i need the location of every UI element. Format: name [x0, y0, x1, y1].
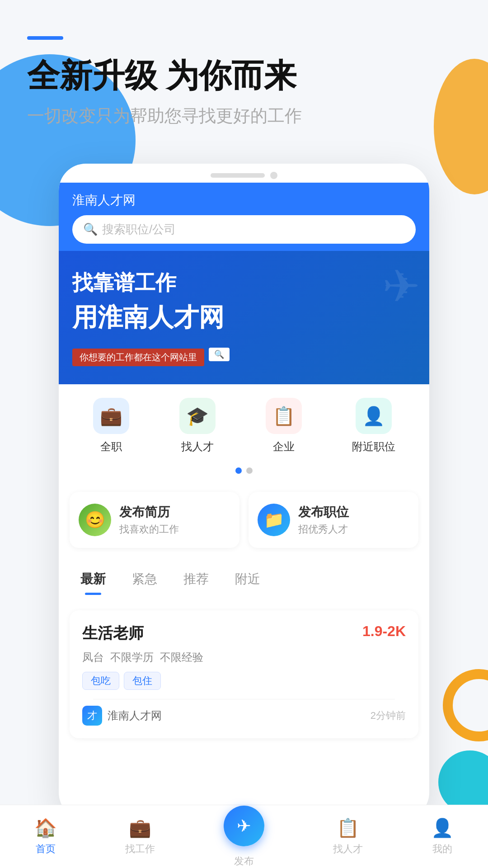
banner-line1: 找靠谱工作 [72, 269, 416, 297]
job-subtitle: 招优秀人才 [298, 523, 349, 536]
tab-nearby[interactable]: 附近 [224, 566, 271, 592]
nav-publish[interactable]: ✈ 发布 [224, 806, 264, 868]
category-label-nearby: 附近职位 [352, 439, 395, 454]
category-icon-talent: 🎓 [179, 398, 216, 434]
job-footer: 才 淮南人才网 2分钟前 [82, 706, 406, 726]
job-title: 生活老师 [82, 623, 144, 644]
category-icon-nearby: 👤 [356, 398, 392, 434]
company-name: 淮南人才网 [108, 708, 162, 723]
action-card-job[interactable]: 📁 发布职位 招优秀人才 [249, 492, 418, 548]
category-company[interactable]: 📋 企业 [266, 398, 302, 454]
action-cards: 😊 发布简历 找喜欢的工作 📁 发布职位 招优秀人才 [70, 492, 418, 548]
app-title: 淮南人才网 [72, 192, 416, 209]
category-label-company: 企业 [273, 439, 295, 454]
find-job-icon: 💼 [129, 817, 151, 839]
tab-latest[interactable]: 最新 [70, 566, 117, 592]
job-badges: 包吃 包住 [82, 672, 406, 690]
banner: 找靠谱工作 用淮南人才网 你想要的工作都在这个网站里 🔍 ✈ [59, 251, 429, 384]
subheadline: 一切改变只为帮助您寻找更好的工作 [27, 104, 461, 127]
job-tags: 凤台 不限学历 不限经验 [82, 650, 406, 665]
top-dash-decoration [27, 36, 63, 40]
nav-find-job[interactable]: 💼 找工作 [125, 817, 155, 856]
bottom-nav: 🏠 首页 💼 找工作 ✈ 发布 📋 找人才 👤 我的 [0, 805, 488, 868]
tab-recommend[interactable]: 推荐 [173, 566, 220, 592]
nav-mine[interactable]: 👤 我的 [431, 817, 454, 856]
company-logo: 才 [82, 706, 102, 726]
company-info: 才 淮南人才网 [82, 706, 162, 726]
bg-decoration-orange-ring [443, 669, 488, 741]
headline: 全新升级 为你而来 [27, 58, 461, 94]
category-icon-company: 📋 [266, 398, 302, 434]
resume-subtitle: 找喜欢的工作 [119, 523, 179, 536]
search-placeholder-text: 搜索职位/公司 [102, 222, 176, 237]
find-talent-icon: 📋 [337, 817, 359, 839]
job-card[interactable]: 生活老师 1.9-2K 凤台 不限学历 不限经验 包吃 包住 才 淮南人才网 2… [70, 610, 418, 738]
category-label-talent: 找人才 [181, 439, 214, 454]
nav-label-find-job: 找工作 [125, 842, 155, 856]
job-tag-education: 不限学历 [110, 650, 154, 665]
banner-line2: 用淮南人才网 [72, 301, 416, 335]
app-header: 淮南人才网 🔍 搜索职位/公司 [59, 183, 429, 251]
dot-1 [235, 467, 242, 474]
dot-2 [246, 467, 253, 474]
nav-label-publish: 发布 [234, 854, 254, 868]
top-section: 全新升级 为你而来 一切改变只为帮助您寻找更好的工作 [0, 0, 488, 146]
resume-text-block: 发布简历 找喜欢的工作 [119, 504, 179, 536]
banner-search-icon: 🔍 [214, 349, 224, 359]
nav-label-mine: 我的 [432, 842, 452, 856]
publish-icon: ✈ [237, 816, 251, 836]
category-fulltime[interactable]: 💼 全职 [93, 398, 129, 454]
category-label-fulltime: 全职 [100, 439, 122, 454]
job-salary: 1.9-2K [362, 623, 406, 640]
publish-fab[interactable]: ✈ [224, 806, 264, 846]
mine-icon: 👤 [431, 817, 454, 839]
nav-label-find-talent: 找人才 [333, 842, 363, 856]
job-title-action: 发布职位 [298, 504, 349, 521]
categories-section: 💼 全职 🎓 找人才 📋 企业 👤 附近职位 [59, 384, 429, 463]
job-card-top: 生活老师 1.9-2K [82, 623, 406, 644]
banner-bg-icon: ✈ [382, 260, 420, 313]
job-icon: 📁 [258, 504, 290, 536]
home-icon: 🏠 [34, 817, 57, 839]
resume-title: 发布简历 [119, 504, 179, 521]
job-tabs: 最新 紧急 推荐 附近 [59, 557, 429, 592]
nav-label-home: 首页 [36, 842, 56, 856]
banner-sub-text: 你想要的工作都在这个网站里 [72, 349, 204, 366]
phone-mockup: 淮南人才网 🔍 搜索职位/公司 找靠谱工作 用淮南人才网 你想要的工作都在这个网… [59, 164, 429, 820]
bg-decoration-teal [438, 750, 488, 814]
search-bar[interactable]: 🔍 搜索职位/公司 [72, 215, 416, 244]
category-talent[interactable]: 🎓 找人才 [179, 398, 216, 454]
job-text-block: 发布职位 招优秀人才 [298, 504, 349, 536]
phone-camera [270, 172, 277, 179]
category-icon-fulltime: 💼 [93, 398, 129, 434]
badge-meal: 包吃 [82, 672, 119, 690]
badge-housing: 包住 [124, 672, 161, 690]
phone-notch-bar [59, 164, 429, 183]
category-nearby[interactable]: 👤 附近职位 [352, 398, 395, 454]
phone-notch [211, 173, 265, 178]
nav-home[interactable]: 🏠 首页 [34, 817, 57, 856]
tab-urgent[interactable]: 紧急 [121, 566, 168, 592]
job-tag-location: 凤台 [82, 650, 104, 665]
action-card-resume[interactable]: 😊 发布简历 找喜欢的工作 [70, 492, 239, 548]
resume-icon: 😊 [79, 504, 111, 536]
job-tag-experience: 不限经验 [160, 650, 203, 665]
search-icon: 🔍 [83, 222, 98, 236]
post-time: 2分钟前 [371, 709, 406, 722]
nav-find-talent[interactable]: 📋 找人才 [333, 817, 363, 856]
banner-search-mini[interactable]: 🔍 [209, 348, 230, 361]
carousel-dots [59, 463, 429, 483]
